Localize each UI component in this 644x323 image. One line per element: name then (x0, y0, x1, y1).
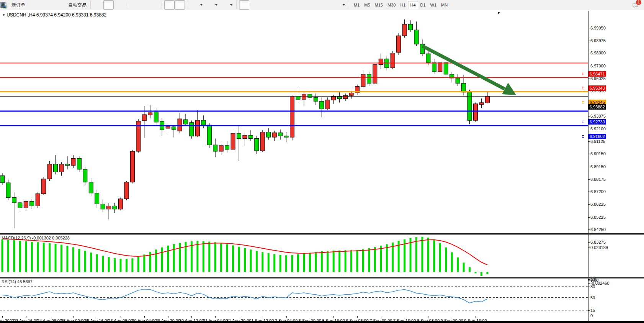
line-handle[interactable] (582, 87, 584, 89)
toolbar-separator (187, 2, 188, 8)
horizontal-line-button[interactable] (270, 0, 280, 10)
time-tick (310, 316, 310, 318)
price-chart-canvas[interactable] (0, 11, 588, 234)
rsi-line (2, 289, 487, 303)
chevron-down-icon (215, 4, 217, 6)
timeframe-button-m30[interactable]: M30 (385, 1, 398, 9)
templates-button[interactable] (190, 0, 204, 10)
rsi-axis-label: 15 (590, 308, 595, 313)
toolbar-separator (126, 2, 127, 8)
signal-waves-icon (50, 2, 56, 8)
vertical-line-button[interactable] (260, 0, 270, 10)
ohlc-low: 6.93331 (72, 12, 88, 18)
clock-icon (206, 2, 213, 8)
rsi-canvas[interactable] (0, 279, 588, 315)
horizontal-line-icon (272, 2, 278, 8)
price-tick-label: 6.87200 (590, 189, 606, 194)
equidistant-channel-button[interactable]: E (291, 0, 301, 10)
search-icon[interactable] (622, 2, 628, 8)
signals-button[interactable] (48, 0, 58, 10)
timeframe-button-mn[interactable]: MN (439, 1, 450, 9)
chart-shift-button[interactable] (175, 0, 185, 10)
timeframe-button-h1[interactable]: H1 (398, 1, 408, 9)
macd-histogram (2, 237, 489, 276)
candlestick-chart-button[interactable] (103, 0, 114, 10)
bid-price-label: 6.93882 (588, 104, 606, 110)
line-price-label: 6.92730 (588, 119, 606, 125)
cursor-button[interactable] (239, 0, 249, 10)
arrows-button[interactable] (332, 0, 347, 10)
line-chart-button[interactable] (114, 0, 124, 10)
time-tick (144, 316, 145, 318)
line-handle[interactable] (582, 121, 584, 123)
mql-market-button[interactable] (27, 0, 38, 10)
time-tick (263, 316, 263, 318)
timeframe-group: M1M5M15M30H1H4D1W1MN (351, 1, 450, 9)
line-handle[interactable] (582, 101, 584, 103)
chart-dropdown-icon[interactable]: ▼ (2, 13, 5, 17)
new-chart-button[interactable] (38, 0, 48, 10)
ohlc-close: 6.93882 (90, 12, 106, 18)
price-axis-border (588, 11, 588, 322)
timeframe-button-h4[interactable]: H4 (408, 1, 418, 9)
timeframe-button-w1[interactable]: W1 (428, 1, 439, 9)
time-tick (191, 316, 192, 318)
chart-shift-icon (177, 2, 183, 8)
crosshair-button[interactable] (249, 0, 260, 10)
tile-windows-button[interactable] (149, 0, 160, 10)
periods-button[interactable] (204, 0, 219, 10)
line-handle[interactable] (582, 73, 584, 75)
line-price-label: 6.91602 (588, 134, 606, 139)
price-tick-label: 6.86225 (590, 202, 606, 207)
text-label-button[interactable]: T (322, 0, 332, 10)
rsi-axis-label: 100 (590, 277, 597, 282)
zoom-out-button[interactable] (139, 0, 149, 10)
price-tick-label: 6.97000 (590, 64, 606, 68)
panel-separator[interactable] (0, 277, 644, 279)
main-toolbar: 新订单 自动交易 (0, 0, 644, 10)
price-tick-label: 6.92100 (590, 126, 606, 131)
autotrading-button[interactable]: 自动交易 (58, 0, 88, 10)
zoom-out-icon (141, 2, 147, 8)
mt4-terminal: 新订单 自动交易 (0, 0, 644, 323)
text-button[interactable]: A (311, 0, 322, 10)
timeframe-button-m15[interactable]: M15 (373, 1, 385, 9)
notification-badge[interactable]: 1 (636, 0, 641, 5)
time-tick (239, 316, 239, 318)
indicators-button[interactable] (219, 0, 234, 10)
gold-ingot-icon (29, 2, 36, 8)
chart-window[interactable]: ▼ USDCNH-,H4 6.93374 6.94200 6.93331 6.9… (0, 11, 644, 323)
price-tick-label: 6.83275 (590, 240, 606, 244)
time-tick (333, 316, 334, 318)
plot-area[interactable] (0, 11, 588, 323)
timeframe-button-m5[interactable]: M5 (362, 1, 372, 9)
chevron-down-icon (200, 4, 203, 6)
timeframe-button-m1[interactable]: M1 (351, 1, 362, 9)
symbol-period: USDCNH-,H4 (7, 12, 35, 18)
time-tick (215, 316, 216, 318)
zoom-in-button[interactable] (129, 0, 139, 10)
macd-value: -0.001302 (32, 236, 51, 240)
price-tick-label: 6.90150 (590, 151, 606, 156)
time-tick (357, 316, 358, 318)
bar-chart-button[interactable] (93, 0, 103, 10)
trendline-button[interactable] (280, 0, 291, 10)
tile-windows-icon (151, 2, 158, 8)
price-tick-label: 6.93075 (590, 114, 606, 118)
notifications-button[interactable]: 1 (632, 2, 639, 8)
candles (0, 20, 490, 228)
chart-shift-marker-icon[interactable]: ▼ (497, 11, 500, 15)
text-label-icon: T (324, 2, 330, 8)
time-tick (452, 316, 452, 318)
panel-separator[interactable] (0, 233, 644, 235)
channel-icon: E (293, 2, 299, 8)
auto-scroll-button[interactable] (164, 0, 175, 10)
macd-canvas[interactable] (0, 235, 588, 277)
timeframe-button-d1[interactable]: D1 (418, 1, 428, 9)
price-tick-label: 6.98000 (590, 51, 606, 55)
indicators-icon (221, 2, 228, 8)
line-handle[interactable] (582, 135, 584, 138)
price-tick-label: 6.89150 (590, 164, 606, 169)
fibonacci-button[interactable]: F (301, 0, 311, 10)
line-price-label: 6.95343 (588, 85, 606, 91)
